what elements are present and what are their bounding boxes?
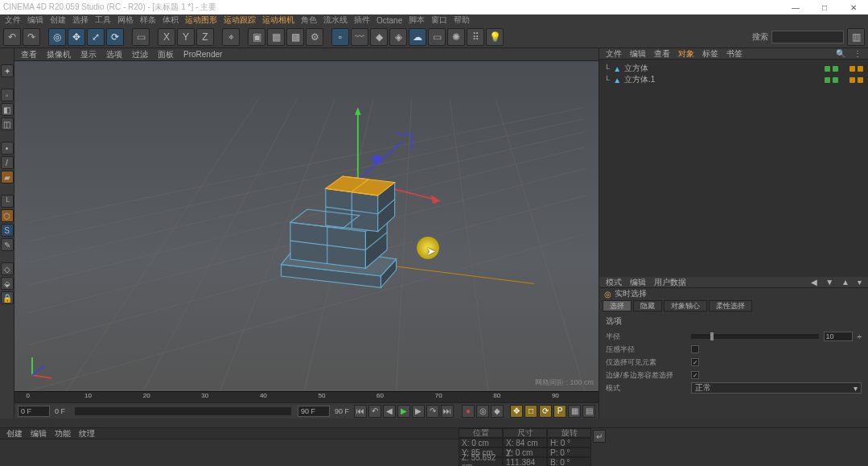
object-manager-tabs[interactable]: 文件 编辑 查看 对象 标签 书签 🔍 ⋮ <box>599 48 868 60</box>
render-settings-button[interactable]: ⚙ <box>306 28 323 46</box>
render-region-button[interactable]: ▦ <box>267 28 285 46</box>
menu-spline[interactable]: 样条 <box>140 14 156 26</box>
edge-mode-button[interactable]: / <box>1 156 14 169</box>
time-slider[interactable] <box>75 407 291 415</box>
menu-tools[interactable]: 工具 <box>95 14 111 26</box>
snap-settings-button[interactable]: ⬙ <box>1 277 14 290</box>
object-manager-list[interactable]: └▲ 立方体 └▲ 立方体.1 <box>599 60 868 277</box>
status-tab-tex[interactable]: 纹理 <box>79 428 95 439</box>
take-button[interactable]: ▤ <box>582 405 595 418</box>
next-key-button[interactable]: ↷ <box>426 405 439 418</box>
attribute-manager-tabs[interactable]: 模式 编辑 用户数据 ◀ ▼ ▲ ▾ <box>599 277 868 288</box>
visible-checkbox[interactable]: ✓ <box>691 358 699 366</box>
radius-slider[interactable] <box>691 334 819 339</box>
coord-sys-button[interactable]: ⌖ <box>222 28 240 46</box>
generator-button[interactable]: ◆ <box>370 28 388 46</box>
coord-rb[interactable]: B: 0 ° <box>547 457 591 466</box>
om-search-icon[interactable]: 🔍 <box>836 49 845 58</box>
prev-key-button[interactable]: ↶ <box>368 405 381 418</box>
scale-button[interactable]: ⤢ <box>87 28 105 46</box>
menu-help[interactable]: 帮助 <box>454 14 470 26</box>
am-subtab-select[interactable]: 选择 <box>603 300 631 311</box>
light-button[interactable]: ✺ <box>447 28 465 46</box>
vp-prorender[interactable]: ProRender <box>183 50 222 59</box>
menu-pipe[interactable]: 流水线 <box>323 14 348 26</box>
texture-mode-button[interactable]: ◧ <box>1 103 14 116</box>
move-button[interactable]: ✥ <box>68 28 85 46</box>
spline-button[interactable]: 〰 <box>351 28 368 46</box>
uvpoly-mode-button[interactable]: ⬡ <box>1 209 14 222</box>
record-button[interactable]: ● <box>462 405 475 418</box>
menu-script[interactable]: 脚本 <box>409 14 425 26</box>
layout-button[interactable]: ▥ <box>847 28 865 46</box>
recent-tool-button[interactable]: ▭ <box>132 28 150 46</box>
rotate-button[interactable]: ⟳ <box>106 28 124 46</box>
range-end-input[interactable] <box>298 406 330 417</box>
axis-z-button[interactable]: Z <box>196 28 214 46</box>
om-tab-tag[interactable]: 标签 <box>702 48 718 60</box>
menu-mocam[interactable]: 运动相机 <box>262 14 294 26</box>
menu-file[interactable]: 文件 <box>5 14 21 26</box>
window-close-button[interactable]: ✕ <box>842 3 865 12</box>
status-tab-func[interactable]: 功能 <box>55 428 71 439</box>
vp-camera[interactable]: 摄像机 <box>47 49 71 60</box>
menu-mograph[interactable]: 运动图形 <box>185 14 217 26</box>
play-fwd-button[interactable]: ▶ <box>397 405 410 418</box>
coord-apply-button[interactable]: ↵ <box>593 430 606 443</box>
am-subtab-hide[interactable]: 隐藏 <box>633 300 662 311</box>
om-tab-object[interactable]: 对象 <box>678 48 694 60</box>
menu-octane[interactable]: Octane <box>376 16 402 25</box>
pos-key-button[interactable]: ✥ <box>510 405 523 418</box>
scale-key-button[interactable]: □ <box>525 405 537 418</box>
am-tab-userdata[interactable]: 用户数据 <box>654 277 686 288</box>
menu-create[interactable]: 创建 <box>50 14 66 26</box>
radius-input[interactable] <box>824 332 853 341</box>
coord-rp[interactable]: P: 0 ° <box>547 447 591 457</box>
am-tab-edit[interactable]: 编辑 <box>630 277 646 288</box>
mode-select[interactable]: 正常▾ <box>691 382 862 394</box>
camera-button[interactable]: ▭ <box>428 28 446 46</box>
om-filter-icon[interactable]: ⋮ <box>854 49 862 58</box>
workplane-mode-button[interactable]: ◫ <box>1 118 14 130</box>
am-subtab-soft[interactable]: 柔性选择 <box>709 300 752 311</box>
render-view-button[interactable]: ▣ <box>248 28 265 46</box>
make-editable-button[interactable]: ✦ <box>1 64 14 77</box>
menu-volume[interactable]: 体积 <box>162 14 179 26</box>
am-nav-next-icon[interactable]: ▼ <box>825 278 833 287</box>
menu-char[interactable]: 角色 <box>301 14 317 26</box>
menu-window[interactable]: 窗口 <box>431 14 447 26</box>
render-pv-button[interactable]: ▩ <box>286 28 304 46</box>
status-tab-edit[interactable]: 编辑 <box>31 428 47 439</box>
viewport-menu[interactable]: 查看 摄像机 显示 选项 过滤 面板 ProRender <box>14 48 599 61</box>
om-item-cube[interactable]: └▲ 立方体 <box>604 63 863 74</box>
menu-motrack[interactable]: 运动跟踪 <box>224 14 256 26</box>
coord-sx[interactable]: X: 84 cm <box>503 438 547 447</box>
menu-mesh[interactable]: 网格 <box>117 14 134 26</box>
om-tab-edit[interactable]: 编辑 <box>630 48 646 60</box>
timeline-ruler[interactable]: 0 10 20 30 40 50 60 70 80 90 <box>14 391 599 402</box>
live-select-button[interactable]: ◎ <box>48 28 66 46</box>
environment-button[interactable]: ☁ <box>409 28 426 46</box>
model-mode-button[interactable]: ▫ <box>1 89 14 101</box>
window-max-button[interactable]: □ <box>813 3 836 12</box>
paint-mode-button[interactable]: ✎ <box>1 238 14 251</box>
deformer-button[interactable]: ◈ <box>389 28 407 46</box>
am-subtabs[interactable]: 选择 隐藏 对象轴心 柔性选择 <box>599 299 868 312</box>
undo-button[interactable]: ↶ <box>3 28 21 46</box>
main-menu[interactable]: 文件 编辑 创建 选择 工具 网格 样条 体积 运动图形 运动跟踪 运动相机 角… <box>0 14 868 26</box>
misc-button[interactable]: 💡 <box>486 28 504 46</box>
status-tab-create[interactable]: 创建 <box>6 428 23 439</box>
vp-view[interactable]: 查看 <box>21 49 37 60</box>
vp-panel[interactable]: 面板 <box>158 49 174 60</box>
om-tab-view[interactable]: 查看 <box>654 48 670 60</box>
next-frame-button[interactable]: ▶ <box>412 405 425 418</box>
search-input[interactable] <box>771 31 844 43</box>
edge-checkbox[interactable]: ✓ <box>691 371 699 379</box>
om-tab-file[interactable]: 文件 <box>606 48 622 60</box>
workplane-button[interactable]: 🔒 <box>1 291 14 304</box>
rot-key-button[interactable]: ⟳ <box>539 405 552 418</box>
am-tab-mode[interactable]: 模式 <box>606 277 622 288</box>
prev-frame-button[interactable]: ◀ <box>383 405 396 418</box>
autokey-button[interactable]: ◎ <box>476 405 489 418</box>
om-item-cube-1[interactable]: └▲ 立方体.1 <box>604 74 863 85</box>
